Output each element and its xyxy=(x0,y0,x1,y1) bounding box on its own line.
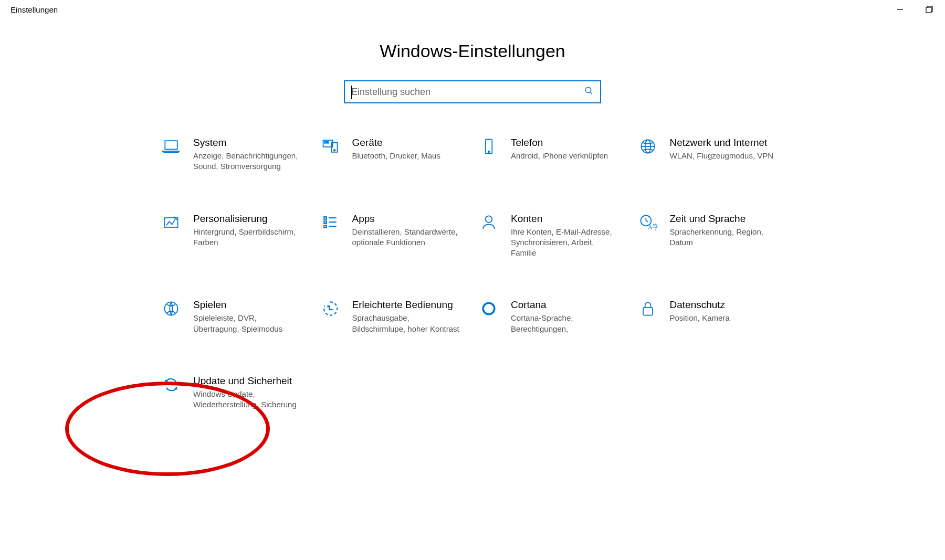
tile-title: Apps xyxy=(352,213,467,225)
search-container xyxy=(0,80,945,103)
tile-title: Cortana xyxy=(511,299,626,311)
phone-icon xyxy=(478,137,499,158)
tile-desc: Deinstallieren, Standardwerte, optionale… xyxy=(352,227,463,248)
svg-point-3 xyxy=(585,87,591,93)
svg-line-27 xyxy=(646,220,648,222)
tile-desc: Ihre Konten, E-Mail-Adresse, Synchronisi… xyxy=(511,227,621,259)
tile-desc: Hintergrund, Sperrbildschirm, Farben xyxy=(193,227,303,248)
page-title: Windows-Einstellungen xyxy=(0,41,945,61)
tile-accounts[interactable]: Konten Ihre Konten, E-Mail-Adresse, Sync… xyxy=(475,211,629,261)
titlebar: Einstellungen xyxy=(0,0,945,19)
window-title: Einstellungen xyxy=(10,5,58,14)
tile-title: Telefon xyxy=(511,137,626,149)
tile-title: Geräte xyxy=(352,137,467,149)
tile-title: System xyxy=(193,137,308,149)
sync-arrows-icon xyxy=(161,375,182,396)
tile-desc: Android, iPhone verknüpfen xyxy=(511,151,621,161)
tile-desc: Bluetooth, Drucker, Maus xyxy=(352,151,463,161)
svg-rect-20 xyxy=(324,225,327,228)
tile-title: Zeit und Sprache xyxy=(670,213,785,225)
person-icon xyxy=(478,213,499,234)
svg-text:A字: A字 xyxy=(648,223,657,230)
tile-title: Spielen xyxy=(193,299,308,311)
svg-rect-11 xyxy=(327,142,328,143)
tile-title: Datenschutz xyxy=(670,299,785,311)
apps-list-icon xyxy=(320,213,341,234)
svg-point-13 xyxy=(488,151,490,153)
search-box[interactable] xyxy=(344,80,601,103)
tile-title: Netzwerk und Internet xyxy=(670,137,785,149)
tile-title: Konten xyxy=(511,213,626,225)
tile-title: Update und Sicherheit xyxy=(193,375,308,387)
svg-point-24 xyxy=(486,216,492,223)
window-controls xyxy=(892,2,937,17)
search-input[interactable] xyxy=(351,87,584,98)
tile-title: Erleichterte Bedienung xyxy=(352,299,467,311)
svg-rect-2 xyxy=(926,7,931,13)
tile-title: Personalisierung xyxy=(193,213,308,225)
tile-desc: Windows Update, Wiederherstellung, Siche… xyxy=(193,389,303,410)
paint-icon xyxy=(161,213,182,234)
laptop-icon xyxy=(161,137,182,158)
svg-rect-18 xyxy=(324,217,327,219)
tile-desc: Spracherkennung, Region, Datum xyxy=(670,227,780,248)
svg-rect-10 xyxy=(324,142,326,143)
svg-point-29 xyxy=(164,302,177,315)
lock-icon xyxy=(637,299,658,320)
tile-privacy[interactable]: Datenschutz Position, Kamera xyxy=(634,297,788,336)
ease-of-access-icon xyxy=(320,299,341,320)
svg-point-31 xyxy=(483,303,495,314)
tile-apps[interactable]: Apps Deinstallieren, Standardwerte, opti… xyxy=(317,211,470,261)
tile-devices[interactable]: Geräte Bluetooth, Drucker, Maus xyxy=(317,135,470,174)
tile-gaming[interactable]: Spielen Spieleleiste, DVR, Übertragung, … xyxy=(158,297,311,336)
xbox-icon xyxy=(161,299,182,320)
tile-phone[interactable]: Telefon Android, iPhone verknüpfen xyxy=(475,135,629,174)
text-caret xyxy=(351,86,352,99)
clock-letter-icon: A字 xyxy=(637,213,658,234)
tile-ease-of-access[interactable]: Erleichterte Bedienung Sprachausgabe, Bi… xyxy=(317,297,470,336)
tile-desc: Sprachausgabe, Bildschirmlupe, hoher Kon… xyxy=(352,313,463,334)
tile-cortana[interactable]: Cortana Cortana-Sprache, Berechtigungen, xyxy=(475,297,629,336)
search-icon xyxy=(584,86,594,98)
globe-icon xyxy=(637,137,658,158)
settings-grid: System Anzeige, Benachrichtigungen, Soun… xyxy=(158,135,788,412)
tile-desc: Cortana-Sprache, Berechtigungen, xyxy=(511,313,621,334)
tile-desc: Anzeige, Benachrichtigungen, Sound, Stro… xyxy=(193,151,303,172)
tile-personalization[interactable]: Personalisierung Hintergrund, Sperrbilds… xyxy=(158,211,311,261)
tile-desc: Position, Kamera xyxy=(670,313,780,323)
maximize-button[interactable] xyxy=(922,2,937,17)
devices-icon xyxy=(320,137,341,158)
svg-line-4 xyxy=(590,92,592,94)
cortana-icon xyxy=(478,299,499,320)
tile-update-security[interactable]: Update und Sicherheit Windows Update, Wi… xyxy=(158,373,311,413)
minimize-button[interactable] xyxy=(892,2,907,17)
tile-system[interactable]: System Anzeige, Benachrichtigungen, Soun… xyxy=(158,135,311,174)
tile-desc: WLAN, Flugzeugmodus, VPN xyxy=(670,151,780,161)
svg-rect-5 xyxy=(165,141,177,149)
svg-point-9 xyxy=(333,150,335,151)
tile-network[interactable]: Netzwerk und Internet WLAN, Flugzeugmodu… xyxy=(634,135,788,174)
svg-rect-19 xyxy=(324,221,327,224)
tile-desc: Spieleleiste, DVR, Übertragung, Spielmod… xyxy=(193,313,303,334)
svg-rect-32 xyxy=(643,308,653,315)
tile-time-language[interactable]: A字 Zeit und Sprache Spracherkennung, Reg… xyxy=(634,211,788,261)
